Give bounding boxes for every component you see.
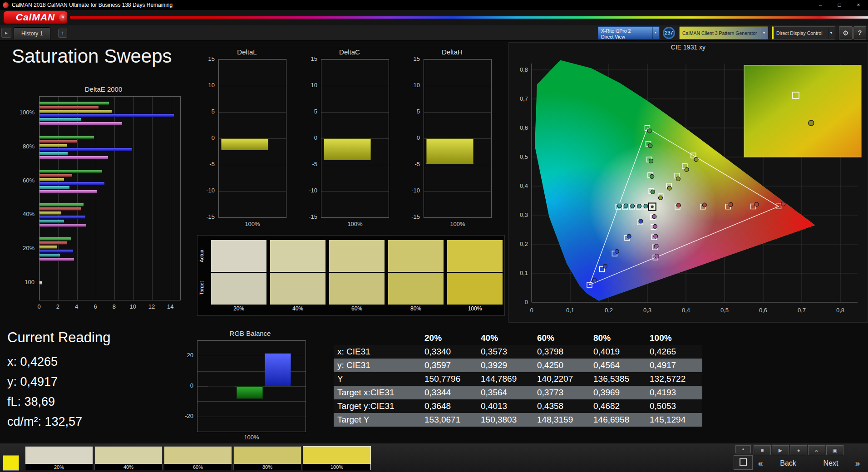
- bar: [426, 138, 473, 164]
- table-row: Target x:CIE310,33440,35640,37730,39690,…: [334, 386, 702, 399]
- chart-title: CIE 1931 xy: [509, 44, 868, 51]
- axis-tick-label: 12: [145, 303, 158, 310]
- table-row: Target Y153,0671150,3803148,3159146,6958…: [334, 413, 702, 427]
- add-tab-button[interactable]: +: [58, 29, 67, 38]
- axis-tick-label: 15: [208, 55, 215, 62]
- pattern-generator-label: CalMAN Client 3 Pattern Generator: [682, 30, 757, 36]
- patch-color: [25, 447, 93, 464]
- table-row-label: Target x:CIE31: [334, 388, 421, 398]
- table-cell: 0,4019: [590, 347, 646, 357]
- gridline: [219, 112, 286, 113]
- back-button[interactable]: Back: [769, 457, 807, 470]
- tab-nav-arrow-button[interactable]: ▸: [1, 28, 11, 38]
- bar-red: [39, 106, 99, 109]
- stop-button[interactable]: ■: [754, 445, 771, 455]
- help-icon[interactable]: ?: [853, 26, 866, 39]
- patch-label: 80%: [234, 464, 301, 470]
- minimize-button[interactable]: –: [811, 0, 830, 10]
- pattern-generator-selector[interactable]: CalMAN Client 3 Pattern Generator ▼: [679, 26, 768, 39]
- x-axis-label: 100%: [197, 434, 306, 441]
- svg-text:0,8: 0,8: [520, 66, 528, 73]
- gridline: [96, 97, 96, 300]
- axis-tick-label: 0: [33, 303, 45, 310]
- forward-arrow-icon[interactable]: »: [851, 457, 864, 470]
- patch-swatch-button[interactable]: 80%: [233, 446, 301, 470]
- svg-text:0,6: 0,6: [520, 124, 528, 131]
- patch-swatch-button[interactable]: 40%: [94, 446, 163, 470]
- target-swatch: [211, 273, 266, 305]
- cie-chart-panel: CIE 1931 xy 00,10,20,30,40,50,60,70,800,…: [508, 42, 868, 323]
- axis-tick-label: 40%: [23, 211, 35, 217]
- patch-label: 40%: [95, 464, 162, 470]
- svg-text:0,2: 0,2: [520, 241, 528, 247]
- axis-tick-label: 10: [127, 303, 139, 310]
- tab-history[interactable]: History 1: [14, 27, 50, 39]
- display-control-selector[interactable]: Direct Display Control ▼: [772, 26, 835, 39]
- x-axis-labels: 02468101214: [39, 302, 181, 310]
- frame-inner-icon: [740, 458, 747, 466]
- loop-button[interactable]: ∞: [808, 445, 825, 455]
- display-button[interactable]: ▣: [826, 445, 843, 455]
- bar-magenta: [39, 156, 108, 159]
- patch-swatch-button[interactable]: 20%: [25, 446, 93, 470]
- patch-swatch-button[interactable]: 60%: [164, 446, 232, 470]
- calman-logo[interactable]: CalMAN: [4, 11, 67, 24]
- bar-red: [39, 241, 67, 245]
- svg-text:0: 0: [530, 307, 533, 314]
- actual-swatch: [270, 240, 326, 272]
- table-cell: 145,1294: [646, 415, 702, 425]
- chevron-down-icon[interactable]: ▼: [761, 27, 767, 39]
- table-cell: 0,3969: [590, 388, 646, 398]
- gridline: [114, 97, 115, 300]
- cie-diagram: 00,10,20,30,40,50,60,70,800,10,20,30,40,…: [513, 52, 865, 320]
- y-axis-labels: 151050-5-10-15: [410, 59, 422, 218]
- plot-area: [197, 340, 306, 432]
- patch-swatch-button[interactable]: 100%: [303, 446, 371, 470]
- chevron-down-icon[interactable]: ▼: [652, 27, 658, 39]
- x-axis-label: 100%: [424, 221, 492, 227]
- bar-cyan: [39, 254, 60, 257]
- logo-menu-arrow-icon[interactable]: ▼: [59, 14, 67, 22]
- svg-text:0,2: 0,2: [605, 307, 613, 314]
- record-button[interactable]: ●: [790, 445, 807, 455]
- bar-yellow: [39, 144, 67, 147]
- bar-red: [39, 140, 77, 143]
- axis-tick-label: 5: [314, 108, 317, 115]
- table-cell: 0,3929: [477, 360, 533, 370]
- table-cell: 153,0671: [421, 415, 477, 425]
- gridline: [77, 97, 78, 300]
- swatch-label: 40%: [270, 305, 326, 312]
- axis-tick-label: 60%: [23, 177, 35, 184]
- close-button[interactable]: ×: [849, 0, 868, 10]
- svg-text:0,6: 0,6: [759, 307, 767, 314]
- axis-tick-label: 100%: [20, 109, 35, 116]
- gridline: [424, 217, 491, 218]
- bar-green: [39, 102, 109, 105]
- table-row: x: CIE310,33400,35730,37980,40190,4265: [334, 345, 702, 359]
- play-button[interactable]: ▶: [772, 445, 789, 455]
- next-button[interactable]: Next: [812, 457, 850, 470]
- frame-icon[interactable]: [734, 455, 753, 470]
- bar-blue: [39, 114, 174, 117]
- axis-tick-label: 8: [108, 303, 120, 310]
- actual-swatch: [388, 240, 444, 272]
- meter-selector[interactable]: X-Rite i1Pro 2 Direct View ▼: [598, 26, 660, 39]
- bar-green: [39, 170, 102, 173]
- actual-swatch: [329, 240, 385, 272]
- swatch-label: 20%: [211, 305, 266, 312]
- gear-icon[interactable]: ⚙: [839, 26, 853, 39]
- maximize-button[interactable]: □: [830, 0, 849, 10]
- chevron-down-icon[interactable]: ▼: [828, 27, 834, 39]
- bar-yellow: [39, 211, 61, 215]
- eject-icon[interactable]: ▲: [735, 445, 751, 453]
- table-cell: 0,3344: [421, 388, 477, 398]
- bar-yellow: [39, 246, 57, 249]
- table-row-label: Target Y: [334, 415, 421, 425]
- patch-label: 60%: [164, 464, 232, 470]
- bar-cyan: [39, 152, 68, 155]
- table-column-header: 100%: [646, 333, 702, 343]
- svg-text:0,8: 0,8: [836, 307, 844, 314]
- back-arrow-icon[interactable]: «: [754, 457, 767, 470]
- delta-e-chart: DeltaE 2000 100%80%60%40%20%100 02468101…: [19, 85, 188, 312]
- target-swatch: [270, 273, 326, 305]
